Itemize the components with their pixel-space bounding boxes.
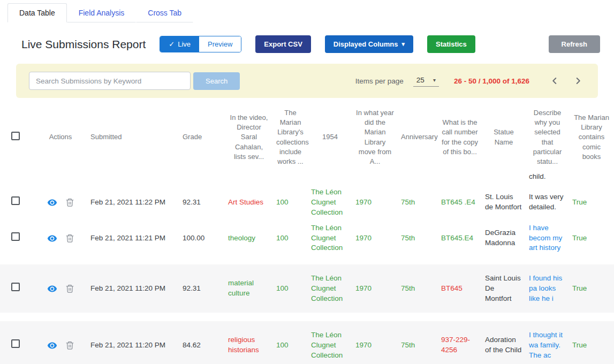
cell-submitted: Feb 21, 2021 11:20 PM [87, 281, 179, 297]
row-checkbox[interactable] [11, 196, 20, 205]
row-checkbox[interactable] [11, 232, 20, 241]
column-header-anniversary: Anniversary [398, 130, 438, 145]
table-row: Feb 21, 2021 11:21 PM 100.00 theology 10… [0, 221, 614, 256]
title-bar: Live Submissions Report ✓ Live Preview E… [0, 22, 614, 53]
view-submission-button[interactable] [47, 284, 57, 294]
row-select-cell [8, 194, 34, 211]
preview-toggle-button[interactable]: Preview [199, 36, 241, 52]
cell-statue-name: Saint Louis De Montfort [482, 271, 526, 307]
cell-grade: 84.62 [179, 338, 225, 353]
select-all-checkbox[interactable] [11, 132, 20, 140]
partial-row: child. [0, 169, 614, 185]
table-row: Feb 21, 2021 11:20 PM 92.31 material cul… [0, 264, 614, 313]
cell-submitted: Feb 21, 2021 11:22 PM [87, 195, 179, 210]
column-header-question-call-number: What is the call number for the copy of … [438, 115, 482, 160]
cell-statue-name: Adoration of the Child [482, 332, 526, 358]
cell-question-1954: The Léon Clugnet Collection [308, 185, 352, 221]
delete-submission-button[interactable] [65, 340, 74, 350]
row-checkbox[interactable] [11, 283, 20, 291]
column-header-question-1954: 1954 [308, 130, 352, 145]
cell-grade: 92.31 [179, 281, 225, 297]
view-submission-button[interactable] [47, 198, 57, 208]
page-title: Live Submissions Report [21, 38, 146, 51]
column-header-question-comic-books: The Marian Library contains comic books [569, 110, 614, 164]
view-submission-button[interactable] [47, 340, 57, 351]
export-csv-button[interactable]: Export CSV [255, 35, 311, 53]
cell-question-move-year: 1970 [352, 231, 398, 246]
cell-question-collections: 100 [273, 338, 308, 353]
row-actions-cell [34, 195, 87, 210]
cell-question-1954: The Léon Clugnet Collection [308, 221, 352, 256]
cell-anniversary: 75th [398, 195, 438, 210]
cell-submitted: Feb 21, 2021 11:21 PM [87, 231, 179, 246]
cell-question-comic-books: True [569, 231, 614, 246]
column-header-question-video: In the video, Director Saral Cahalan, li… [225, 110, 273, 164]
column-header-submitted: Submitted [87, 130, 179, 145]
cell-question-comic-books: True [569, 281, 614, 297]
items-per-page-select[interactable]: 25 ▾ [413, 75, 439, 87]
column-header-question-collections: The Marian Library's collections include… [273, 105, 308, 169]
cell-anniversary: 75th [398, 281, 438, 297]
row-actions-cell [34, 281, 87, 297]
live-toggle-label: Live [178, 40, 191, 48]
cell-question-1954: The Léon Clugnet Collection [308, 328, 352, 363]
caret-down-icon: ▾ [433, 77, 436, 83]
cell-question-move-year: 1970 [352, 281, 398, 297]
cell-anniversary: 75th [398, 338, 438, 353]
cell-question-describe[interactable]: It was very detailed. [526, 189, 569, 215]
tab-cross-tab[interactable]: Cross Tab [136, 3, 193, 22]
pagination-range: 26 - 50 / 1,000 of 1,626 [454, 77, 529, 85]
chevron-left-icon [549, 75, 560, 87]
cell-grade: 100.00 [179, 231, 225, 246]
trash-icon [65, 198, 74, 207]
refresh-button[interactable]: Refresh [549, 35, 600, 53]
row-checkbox[interactable] [11, 339, 20, 348]
live-preview-toggle: ✓ Live Preview [160, 36, 241, 52]
eye-icon [47, 340, 57, 351]
search-button[interactable]: Search [193, 72, 240, 90]
tab-bar: Data Table Field Analysis Cross Tab [0, 0, 614, 22]
search-toolbar: Search Items per page 25 ▾ 26 - 50 / 1,0… [16, 64, 598, 98]
row-actions-cell [34, 231, 87, 246]
cell-question-describe[interactable]: I thought it wa family. The ac [526, 328, 569, 363]
cell-question-call-number: BT645 .E4 [438, 195, 482, 210]
tab-data-table[interactable]: Data Table [7, 3, 67, 22]
column-header-question-move-year: In what year did the Marian Library move… [352, 105, 398, 169]
trash-icon [65, 284, 74, 293]
cell-question-collections: 100 [273, 231, 308, 246]
search-input[interactable] [29, 72, 191, 90]
delete-submission-button[interactable] [65, 198, 74, 207]
eye-icon [47, 233, 57, 244]
cell-question-describe[interactable]: I found his pa looks like he i [526, 271, 569, 307]
column-header-select [8, 129, 34, 146]
trash-icon [65, 233, 74, 243]
live-toggle-button[interactable]: ✓ Live [160, 36, 199, 52]
cell-anniversary: 75th [398, 231, 438, 246]
delete-submission-button[interactable] [65, 233, 74, 243]
next-page-button[interactable] [571, 74, 585, 88]
table-body: Feb 21, 2021 11:22 PM 92.31 Art Studies … [0, 185, 614, 364]
cell-question-call-number: BT645 [438, 281, 482, 297]
column-header-grade: Grade [179, 130, 225, 145]
cell-question-describe[interactable]: I have becom my art history [526, 221, 569, 256]
caret-down-icon: ▾ [401, 41, 405, 47]
statistics-button[interactable]: Statistics [427, 35, 475, 53]
tab-field-analysis[interactable]: Field Analysis [67, 3, 137, 22]
cell-question-collections: 100 [273, 195, 308, 210]
displayed-columns-button[interactable]: Displayed Columns ▾ [325, 35, 413, 53]
items-per-page-label: Items per page [355, 77, 404, 85]
cell-question-video: Art Studies [225, 195, 273, 210]
row-select-cell [8, 337, 34, 354]
column-header-question-describe: Describe why you selected that particula… [526, 105, 569, 169]
items-per-page-value: 25 [416, 76, 425, 84]
previous-page-button[interactable] [548, 74, 562, 88]
cell-statue-name: St. Louis de Montfort [482, 189, 526, 215]
cell-question-comic-books: True [569, 338, 614, 353]
view-submission-button[interactable] [47, 233, 57, 244]
delete-submission-button[interactable] [65, 284, 74, 293]
table-header: Actions Submitted Grade In the video, Di… [0, 105, 614, 169]
column-header-actions: Actions [34, 130, 87, 145]
cell-question-video: theology [225, 231, 273, 246]
page: Data Table Field Analysis Cross Tab Live… [0, 0, 614, 364]
cell-question-video: material culture [225, 276, 273, 301]
